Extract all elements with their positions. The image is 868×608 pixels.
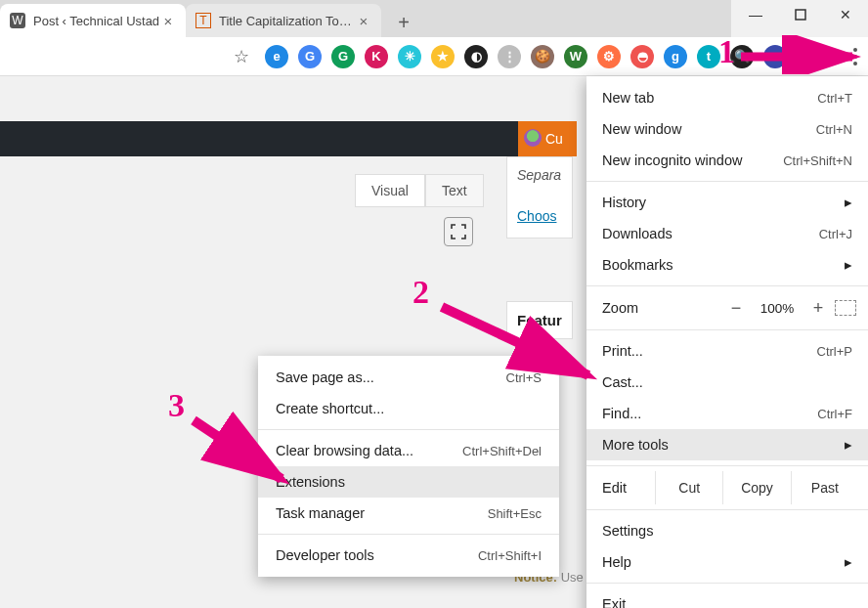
label: Task manager	[276, 505, 365, 521]
chevron-right-icon: ▸	[845, 554, 852, 570]
label: Extensions	[276, 474, 345, 490]
annotation-number-3: 3	[168, 387, 185, 424]
choose-link[interactable]: Choos	[517, 208, 556, 224]
new-tab-button[interactable]: +	[389, 8, 418, 37]
extension-icon-8[interactable]: 🍪	[531, 45, 554, 68]
extension-icon-0[interactable]: e	[265, 45, 288, 68]
tab-strip: W Post ‹ Technical Ustad × T Title Capit…	[0, 0, 731, 37]
more-tools-submenu: Save page as...Ctrl+S Create shortcut...…	[258, 356, 559, 577]
annotation-number-2: 2	[412, 274, 429, 311]
chrome-menu-button[interactable]	[846, 48, 864, 65]
menu-incognito[interactable]: New incognito windowCtrl+Shift+N	[586, 145, 868, 176]
menu-help[interactable]: Help▸	[586, 546, 868, 578]
label: Print...	[602, 343, 643, 359]
favicon: T	[195, 13, 211, 28]
zoom-in-button[interactable]: +	[802, 298, 835, 319]
extension-icon-3[interactable]: K	[365, 45, 388, 68]
label: New incognito window	[602, 152, 742, 168]
label: History	[602, 195, 646, 210]
menu-settings[interactable]: Settings	[586, 515, 868, 546]
label: Developer tools	[276, 547, 374, 563]
menu-downloads[interactable]: DownloadsCtrl+J	[586, 218, 868, 249]
submenu-extensions[interactable]: Extensions	[258, 466, 559, 498]
shortcut: Ctrl+P	[817, 344, 852, 359]
tab-title: Title Capitalization Tool - Capitali	[219, 14, 356, 28]
fullscreen-toggle-icon[interactable]	[835, 300, 856, 316]
browser-tab-1[interactable]: W Post ‹ Technical Ustad ×	[0, 4, 186, 37]
zoom-out-button[interactable]: −	[719, 298, 753, 319]
label: Save page as...	[276, 369, 374, 385]
menu-divider	[586, 181, 868, 182]
extension-icon-1[interactable]: G	[298, 45, 322, 68]
shortcut: Ctrl+Shift+N	[783, 153, 852, 168]
extension-icon-9[interactable]: W	[564, 45, 587, 68]
label: More tools	[602, 437, 669, 453]
label: Settings	[602, 523, 653, 539]
wp-orange-button[interactable]: Cu	[518, 121, 577, 156]
profile-avatar[interactable]: ●	[807, 45, 831, 68]
submenu-create-shortcut[interactable]: Create shortcut...	[258, 393, 559, 424]
editor-tab-text[interactable]: Text	[425, 174, 484, 207]
close-button[interactable]: ✕	[823, 0, 868, 29]
label: Clear browsing data...	[276, 443, 413, 458]
zoom-label: Zoom	[602, 300, 719, 316]
wp-admin-bar	[0, 121, 563, 156]
tab-close-icon[interactable]: ×	[356, 13, 371, 29]
label: Find...	[602, 406, 641, 421]
editor-tab-visual[interactable]: Visual	[355, 174, 425, 207]
browser-toolbar: ☆ eGGK✳★◐⋮🍪W⚙◓gt🔍● ●	[0, 37, 868, 76]
menu-divider	[586, 583, 868, 584]
toolbar-separator	[797, 45, 798, 68]
extension-icon-5[interactable]: ★	[431, 45, 455, 68]
tab-close-icon[interactable]: ×	[160, 13, 176, 29]
extension-icon-7[interactable]: ⋮	[498, 45, 521, 68]
extension-icon-2[interactable]: G	[331, 45, 355, 68]
sidebar-panel-1: Separa Choos	[506, 156, 573, 239]
extension-icon-6[interactable]: ◐	[464, 45, 488, 68]
menu-history[interactable]: History▸	[586, 187, 868, 218]
label: New tab	[602, 90, 654, 106]
menu-divider	[258, 429, 559, 430]
edit-copy-button[interactable]: Copy	[722, 471, 790, 504]
sidebar-panel-featured: Featur	[506, 301, 573, 339]
shortcut: Ctrl+Shift+Del	[462, 444, 542, 458]
menu-divider	[586, 285, 868, 286]
menu-cast[interactable]: Cast...	[586, 367, 868, 398]
menu-more-tools[interactable]: More tools▸	[586, 429, 868, 460]
menu-bookmarks[interactable]: Bookmarks▸	[586, 249, 868, 281]
edit-paste-button[interactable]: Past	[791, 471, 858, 504]
submenu-clear-browsing-data[interactable]: Clear browsing data...Ctrl+Shift+Del	[258, 435, 559, 466]
edit-cut-button[interactable]: Cut	[655, 471, 722, 504]
submenu-save-page[interactable]: Save page as...Ctrl+S	[258, 362, 559, 393]
submenu-task-manager[interactable]: Task managerShift+Esc	[258, 498, 559, 529]
label: Help	[602, 554, 631, 570]
menu-print[interactable]: Print...Ctrl+P	[586, 335, 868, 367]
chevron-right-icon: ▸	[845, 257, 852, 273]
submenu-developer-tools[interactable]: Developer toolsCtrl+Shift+I	[258, 540, 559, 571]
label: Cast...	[602, 374, 643, 390]
wp-orange-label: Cu	[545, 131, 563, 147]
extension-icon-15[interactable]: ●	[763, 45, 787, 68]
menu-exit[interactable]: Exit	[586, 588, 868, 608]
extension-icon-12[interactable]: g	[664, 45, 687, 68]
extension-icon-11[interactable]: ◓	[630, 45, 654, 68]
menu-new-tab[interactable]: New tabCtrl+T	[586, 82, 868, 113]
edit-label: Edit	[602, 480, 655, 496]
shortcut: Ctrl+T	[817, 91, 852, 106]
maximize-button[interactable]	[778, 0, 823, 29]
menu-new-window[interactable]: New windowCtrl+N	[586, 113, 868, 145]
bookmark-star-icon[interactable]: ☆	[234, 46, 249, 67]
label: Exit	[602, 596, 626, 608]
menu-divider	[258, 534, 559, 535]
menu-find[interactable]: Find...Ctrl+F	[586, 398, 868, 429]
label: Create shortcut...	[276, 401, 384, 416]
label: Downloads	[602, 226, 673, 241]
extension-icon-10[interactable]: ⚙	[597, 45, 621, 68]
extension-icon-4[interactable]: ✳	[398, 45, 421, 68]
extension-icon-13[interactable]: t	[697, 45, 720, 68]
minimize-button[interactable]: —	[733, 0, 778, 29]
fullscreen-icon[interactable]	[444, 217, 473, 246]
shortcut: Ctrl+J	[819, 227, 852, 241]
browser-tab-2[interactable]: T Title Capitalization Tool - Capitali ×	[186, 4, 381, 37]
menu-divider	[586, 465, 868, 466]
